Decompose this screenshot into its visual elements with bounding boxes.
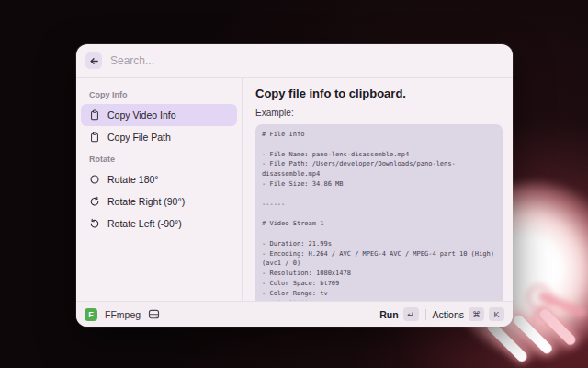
rotate-180-icon (88, 174, 100, 186)
sidebar-item-rotate-180[interactable]: Rotate 180° (81, 168, 237, 190)
sidebar-item-label: Copy File Path (107, 132, 171, 143)
app-name: FFmpeg (105, 309, 141, 320)
enter-key-badge: ↵ (403, 307, 419, 321)
launcher-window: Copy Info Copy Video Info Copy File Path… (76, 44, 513, 327)
sidebar: Copy Info Copy Video Info Copy File Path… (76, 78, 242, 301)
run-label: Run (379, 309, 398, 320)
sidebar-item-label: Rotate Left (-90°) (107, 218, 182, 229)
sidebar-item-label: Rotate Right (90°) (107, 196, 185, 207)
back-button[interactable] (85, 52, 102, 69)
sidebar-item-rotate-left[interactable]: Rotate Left (-90°) (81, 213, 237, 235)
footer-bar: F FFmpeg Run ↵ Actions ⌘ K (76, 301, 513, 327)
example-label: Example: (255, 108, 503, 118)
ffmpeg-app-icon: F (85, 308, 97, 321)
rotate-left-icon (88, 218, 100, 230)
example-code-block: # File Info - File Name: pano-lens-disas… (255, 124, 503, 301)
section-header-rotate: Rotate (81, 148, 237, 168)
footer-actions: Run ↵ Actions ⌘ K (379, 307, 504, 321)
arrow-left-icon (88, 55, 100, 67)
section-header-copy-info: Copy Info (81, 84, 237, 104)
rotate-right-icon (88, 196, 100, 208)
command-key-badge: ⌘ (469, 307, 484, 321)
k-key-badge: K (489, 307, 504, 321)
drive-icon (148, 308, 160, 320)
footer-app-info: F FFmpeg (85, 308, 160, 321)
clipboard-icon (88, 132, 100, 144)
sidebar-item-copy-video-info[interactable]: Copy Video Info (81, 104, 237, 126)
search-bar (76, 44, 513, 77)
sidebar-item-rotate-right[interactable]: Rotate Right (90°) (81, 190, 237, 213)
detail-title: Copy file info to clipboard. (255, 86, 503, 101)
sidebar-item-label: Copy Video Info (107, 109, 176, 121)
sidebar-item-label: Rotate 180° (107, 174, 159, 185)
search-input[interactable] (110, 54, 503, 67)
actions-menu-button[interactable]: Actions ⌘ K (433, 307, 504, 321)
clipboard-icon (88, 109, 100, 121)
footer-divider (425, 309, 426, 320)
actions-label: Actions (433, 309, 464, 320)
detail-panel: Copy file info to clipboard. Example: # … (243, 78, 513, 301)
run-button[interactable]: Run ↵ (379, 307, 418, 321)
sidebar-item-copy-file-path[interactable]: Copy File Path (81, 126, 237, 148)
